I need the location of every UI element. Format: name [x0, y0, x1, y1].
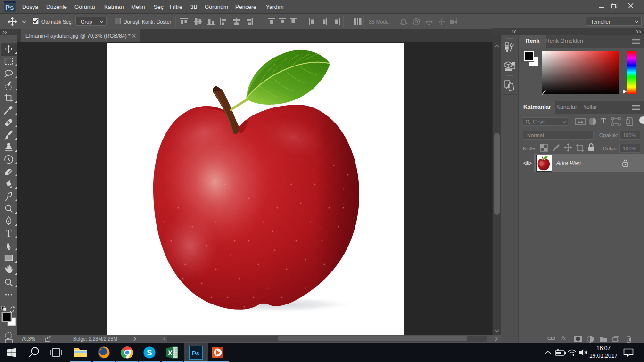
svg-text:Ps: Ps — [192, 350, 199, 357]
svg-text:Ps: Ps — [5, 3, 14, 11]
svg-text:S: S — [147, 348, 152, 357]
svg-text:T: T — [6, 228, 11, 239]
